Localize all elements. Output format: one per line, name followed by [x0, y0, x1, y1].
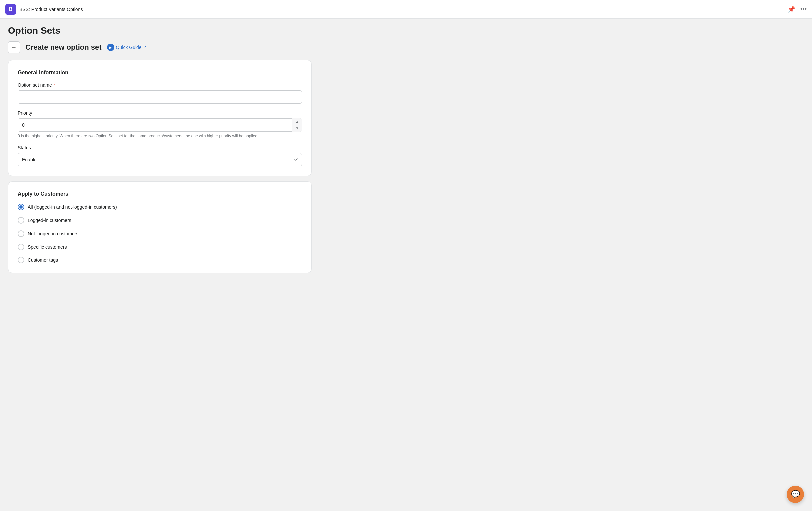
pin-icon[interactable]: 📌: [788, 6, 795, 13]
general-information-card: General Information Option set name * Pr…: [8, 60, 312, 176]
external-link-icon: ↗: [143, 45, 147, 50]
radio-not-logged-in[interactable]: [18, 230, 24, 237]
quick-guide-link[interactable]: ▶ Quick Guide ↗: [107, 44, 147, 51]
customer-radio-group: All (logged-in and not-logged-in custome…: [18, 203, 302, 263]
status-select[interactable]: Enable Disable: [18, 153, 302, 166]
play-icon: ▶: [107, 44, 114, 51]
spinner-up-button[interactable]: ▲: [292, 118, 302, 125]
app-title: BSS: Product Variants Options: [19, 7, 83, 12]
radio-all-inner: [19, 205, 23, 208]
apply-to-customers-card: Apply to Customers All (logged-in and no…: [8, 181, 312, 273]
radio-item-tags[interactable]: Customer tags: [18, 257, 302, 263]
main-content: ← Create new option set ▶ Quick Guide ↗ …: [0, 41, 320, 292]
spinner-down-button[interactable]: ▼: [292, 125, 302, 132]
radio-specific[interactable]: [18, 244, 24, 250]
chat-button[interactable]: 💬: [787, 486, 804, 503]
required-star: *: [53, 82, 55, 88]
radio-specific-label: Specific customers: [28, 244, 67, 250]
priority-group: Priority ▲ ▼ 0 is the highest priority. …: [18, 110, 302, 138]
radio-item-all[interactable]: All (logged-in and not-logged-in custome…: [18, 203, 302, 210]
create-header: ← Create new option set ▶ Quick Guide ↗: [8, 41, 312, 53]
radio-item-not-logged-in[interactable]: Not-logged-in customers: [18, 230, 302, 237]
page-title: Option Sets: [8, 25, 804, 36]
priority-input[interactable]: [18, 118, 302, 132]
radio-not-logged-in-label: Not-logged-in customers: [28, 231, 79, 236]
apply-to-customers-title: Apply to Customers: [18, 191, 302, 197]
priority-label: Priority: [18, 110, 302, 116]
status-group: Status Enable Disable: [18, 145, 302, 166]
general-info-title: General Information: [18, 69, 302, 76]
priority-hint: 0 is the highest priority. When there ar…: [18, 134, 302, 138]
chat-icon: 💬: [791, 490, 800, 499]
radio-item-specific[interactable]: Specific customers: [18, 244, 302, 250]
radio-all-label: All (logged-in and not-logged-in custome…: [28, 204, 117, 209]
more-icon[interactable]: •••: [800, 6, 807, 13]
option-set-name-group: Option set name *: [18, 82, 302, 104]
radio-all[interactable]: [18, 203, 24, 210]
priority-wrapper: ▲ ▼: [18, 118, 302, 132]
status-label: Status: [18, 145, 302, 150]
page-header: Option Sets: [0, 19, 812, 41]
option-set-name-label: Option set name *: [18, 82, 302, 88]
option-set-name-input[interactable]: [18, 90, 302, 104]
quick-guide-label: Quick Guide: [116, 45, 142, 50]
top-bar-right: 📌 •••: [788, 6, 807, 13]
radio-logged-in[interactable]: [18, 217, 24, 224]
spinner-buttons: ▲ ▼: [292, 118, 302, 132]
app-icon: B: [5, 4, 16, 15]
top-bar: B BSS: Product Variants Options 📌 •••: [0, 0, 812, 19]
radio-item-logged-in[interactable]: Logged-in customers: [18, 217, 302, 224]
radio-tags-label: Customer tags: [28, 257, 58, 263]
back-button[interactable]: ←: [8, 41, 20, 53]
radio-logged-in-label: Logged-in customers: [28, 218, 71, 223]
top-bar-left: B BSS: Product Variants Options: [5, 4, 83, 15]
radio-tags[interactable]: [18, 257, 24, 263]
create-title: Create new option set: [25, 43, 102, 52]
back-icon: ←: [11, 44, 17, 50]
